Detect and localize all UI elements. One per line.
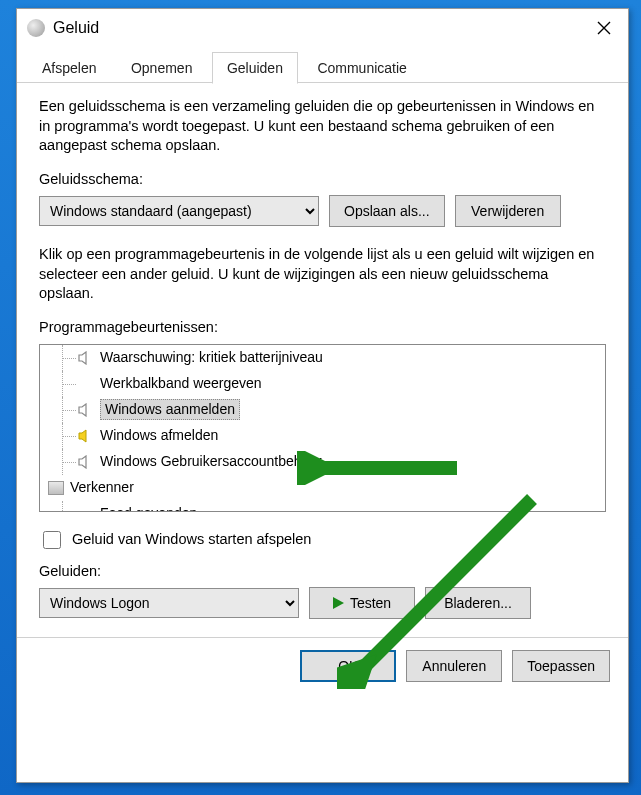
event-label: Waarschuwing: kritiek batterijniveau	[100, 348, 323, 367]
scheme-select[interactable]: Windows standaard (aangepast)	[39, 196, 319, 226]
test-label: Testen	[350, 595, 391, 611]
delete-button[interactable]: Verwijderen	[455, 195, 561, 227]
speaker-none-icon	[78, 507, 94, 512]
event-item-selected[interactable]: Windows aanmelden	[40, 397, 605, 423]
ok-button[interactable]: OK	[300, 650, 396, 682]
startup-sound-input[interactable]	[43, 531, 61, 549]
event-item[interactable]: Windows Gebruikersaccountbeheer	[40, 449, 605, 475]
tab-afspelen[interactable]: Afspelen	[27, 52, 111, 84]
checkbox-label: Geluid van Windows starten afspelen	[72, 530, 311, 550]
events-listbox[interactable]: Waarschuwing: kritiek batterijniveau Wer…	[39, 344, 606, 512]
event-group[interactable]: Verkenner	[40, 475, 605, 501]
speaker-icon	[78, 351, 94, 365]
close-icon	[597, 21, 611, 35]
speaker-yellow-icon	[78, 429, 94, 443]
event-item[interactable]: Windows afmelden	[40, 423, 605, 449]
event-label: Feed gevonden	[100, 504, 197, 511]
event-item[interactable]: Feed gevonden	[40, 501, 605, 512]
cancel-button[interactable]: Annuleren	[406, 650, 502, 682]
tab-communicatie[interactable]: Communicatie	[302, 52, 421, 84]
browse-button[interactable]: Bladeren...	[425, 587, 531, 619]
event-label: Windows afmelden	[100, 426, 218, 445]
events-intro: Klik op een programmagebeurtenis in de v…	[39, 245, 606, 304]
play-icon	[333, 597, 344, 609]
sounds-label: Geluiden:	[39, 562, 606, 582]
tab-opnemen[interactable]: Opnemen	[116, 52, 207, 84]
tab-geluiden[interactable]: Geluiden	[212, 52, 298, 84]
event-label: Werkbalkband weergeven	[100, 374, 262, 393]
speaker-icon	[78, 455, 94, 469]
speaker-none-icon	[78, 377, 94, 391]
event-label: Windows aanmelden	[100, 399, 240, 420]
speaker-icon	[78, 403, 94, 417]
close-button[interactable]	[586, 13, 622, 43]
window-title: Geluid	[53, 19, 586, 37]
app-icon	[27, 19, 45, 37]
test-button[interactable]: Testen	[309, 587, 415, 619]
startup-sound-checkbox[interactable]: Geluid van Windows starten afspelen	[39, 528, 606, 552]
event-item[interactable]: Waarschuwing: kritiek batterijniveau	[40, 345, 605, 371]
tab-panel: Een geluidsschema is een verzameling gel…	[17, 83, 628, 638]
apply-button[interactable]: Toepassen	[512, 650, 610, 682]
dialog-footer: OK Annuleren Toepassen	[17, 638, 628, 698]
event-item[interactable]: Werkbalkband weergeven	[40, 371, 605, 397]
scheme-label: Geluidsschema:	[39, 170, 606, 190]
tab-strip: Afspelen Opnemen Geluiden Communicatie	[17, 51, 628, 83]
event-group-label: Verkenner	[70, 478, 134, 497]
events-label: Programmagebeurtenissen:	[39, 318, 606, 338]
event-label: Windows Gebruikersaccountbeheer	[100, 452, 322, 471]
sounds-select[interactable]: Windows Logon	[39, 588, 299, 618]
folder-icon	[48, 481, 64, 495]
sound-dialog: Geluid Afspelen Opnemen Geluiden Communi…	[16, 8, 629, 783]
intro-text: Een geluidsschema is een verzameling gel…	[39, 97, 606, 156]
save-as-button[interactable]: Opslaan als...	[329, 195, 445, 227]
titlebar: Geluid	[17, 9, 628, 47]
